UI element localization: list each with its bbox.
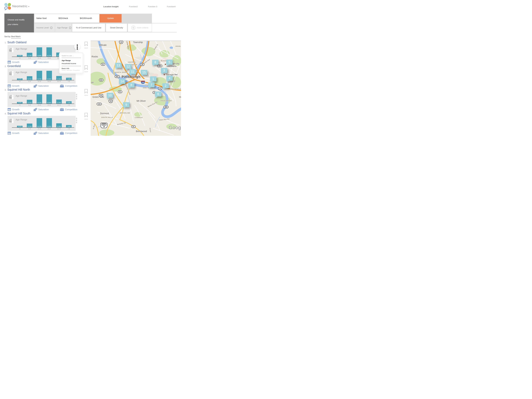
nav-function4[interactable]: Function4 [167,6,176,8]
map-marker-8[interactable]: 8 [152,60,158,65]
saturation-link[interactable]: Saturation [33,61,49,64]
chart-category-label: 5-19 [26,57,33,59]
saturation-link[interactable]: Saturation [33,132,49,135]
popup-item-basic-info[interactable]: Basic Info [62,67,81,70]
more-criteria-button[interactable]: more criteria [128,23,152,32]
saturation-link[interactable]: Saturation [33,84,49,88]
result-links-4: GrowthSaturationCompetition [7,132,77,135]
sort-value[interactable]: Best Match [11,36,20,39]
nav-function3[interactable]: Function 3 [148,6,157,8]
map-marker-12[interactable]: 12 [125,64,131,69]
result-link-squirrel-hill-north[interactable]: Squirrel Hill North [7,88,30,91]
chart-baseline [12,104,74,104]
card-menu-button-3[interactable] [76,93,77,99]
map-marker-15[interactable]: 15 [141,70,147,75]
map-marker-10[interactable]: 10 [107,93,113,98]
chart-bar-<5: 4.47% [17,126,23,127]
growth-link[interactable]: Growth [7,132,19,135]
saturation-link[interactable]: Saturation [33,108,49,111]
growth-link[interactable]: Growth [7,61,19,63]
result-links-3: GrowthSaturationCompetition [7,108,77,111]
update-button[interactable]: Update [99,14,121,23]
save-button-4[interactable]: save [84,113,89,120]
saturation-icon [33,84,37,88]
chart-category-label: <5 [16,81,23,82]
map-marker-6[interactable]: 6 [155,91,161,96]
chart-bar-20-34: 30.79% [37,71,42,80]
brand-dropdown-caret-icon[interactable]: ▼ [28,6,30,7]
result-title-4: 4.Squirrel Hill South [5,112,31,115]
result-title-3: 3.Squirrel Hill North [5,88,30,91]
chart-category-label: <5 [16,104,23,106]
map-marker-7[interactable]: 7 [148,82,155,87]
chart-category-label: 20-34 [36,104,43,106]
chart-category-label: >75 [65,104,72,106]
result-link-squirrel-hill-south[interactable]: Squirrel Hill South [7,112,31,115]
chart-bar-35-59: 30.89% [46,118,52,127]
people-icon [9,48,15,53]
saturation-icon [33,132,37,135]
card-menu-button-4[interactable] [76,117,77,123]
map-marker-14[interactable]: 14 [119,79,125,84]
remove-age-range-icon[interactable]: ✕ [69,26,71,29]
map-marker-11[interactable]: 11 [129,69,136,74]
map-marker-8[interactable]: 8 [128,82,134,88]
save-button-2[interactable]: save [84,65,89,72]
sort-by[interactable]: Sort by: Best Match [4,36,20,38]
route-shield-837: 837 [115,75,120,78]
growth-link[interactable]: Growth [7,84,19,87]
criteria-panel: Choose and modify your criteria: Italian… [4,14,152,32]
chart-bar->75: 7.63% [66,78,72,80]
chart-bar-5-19: 12.76% [27,76,32,80]
map-marker-9[interactable]: 9 [123,102,129,107]
chart-category-label: >75 [65,81,72,82]
remove-income-level-icon[interactable]: ✕ [50,26,53,29]
brand-name: Neometric [12,4,27,8]
map-label-greenfield: GREENFIELD [170,88,181,90]
chip-age-range[interactable]: Age Range ✕ [55,23,72,32]
nav-function2[interactable]: Function2 [129,6,138,8]
route-shield-19: 19 [119,41,123,44]
map-label-sou: SOU [145,84,148,86]
chart-bar-60-74: 13.46% [56,123,62,127]
growth-link[interactable]: Growth [7,108,19,111]
chart-bar-<5: 4.47% [17,102,23,104]
map[interactable]: TownshipMillvaleHIGHLARocksCENTRALNORTHS… [91,40,181,136]
popup-item-household-income[interactable]: Household Income [62,63,81,64]
map-label-on: on [91,81,94,84]
map-marker-1[interactable]: 1 [150,76,156,81]
result-card-3: Age Range4.47%<512.76%5-1930.79%20-3430.… [7,92,76,107]
map-marker-5[interactable]: 5 [166,60,173,65]
cuisine-input[interactable]: Italian food [34,14,58,23]
card-menu-button-open[interactable] [74,44,80,50]
popup-item-age-range[interactable]: Age Range [62,59,81,61]
competition-link[interactable]: Competition [60,108,77,111]
route-shield-51: 51 [131,125,136,128]
map-marker-3[interactable]: 3 [161,68,167,73]
rent-input[interactable]: $4100/month [78,14,101,23]
competition-link[interactable]: Competition [60,132,77,135]
people-icon [9,95,15,100]
criterion-commercial-land-use[interactable]: % of Commercial Land Use [72,23,105,32]
check-average-input[interactable]: $32/check [57,14,79,23]
chart-category-label: 20-34 [36,57,43,59]
map-label-township: Township [133,41,143,44]
chart-baseline [12,127,74,128]
map-marker-4[interactable]: 4 [166,76,173,81]
growth-icon [7,132,11,135]
chart-bar-<5: 4.47% [17,55,23,57]
map-label-hazelwood: HAZELWOOD [161,100,172,101]
save-button-1[interactable]: save [84,42,89,49]
nav-location-insight[interactable]: Location Insight [103,6,119,8]
map-marker-13[interactable]: 13 [115,63,121,68]
chip-income-level[interactable]: Income Level ✕ [34,23,55,32]
chart-category-label: 60-74 [56,81,63,82]
map-label-brentwood: Brentwood [136,130,147,133]
criterion-street-density[interactable]: Street Density [106,23,127,32]
result-link-greenfield[interactable]: Greenfield [7,64,21,68]
competition-link[interactable]: Competition [60,84,77,88]
popup-item-basic-info-sub: Growth, Saturation, Competition [62,70,81,71]
save-button-3[interactable]: save [84,89,89,96]
map-marker-2[interactable]: 2 [162,83,169,88]
result-link-south-oakland[interactable]: South Oakland [7,41,26,44]
